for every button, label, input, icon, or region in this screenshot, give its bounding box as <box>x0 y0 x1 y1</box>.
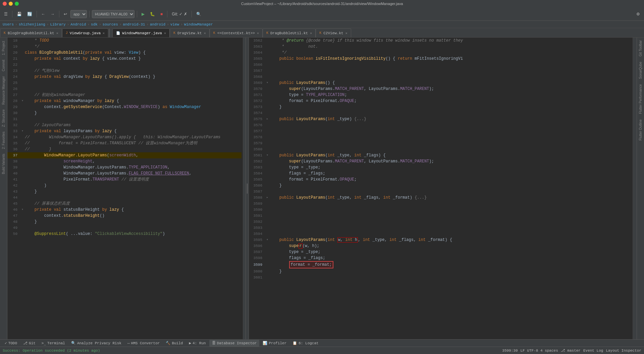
forward-button[interactable]: → <box>49 10 57 18</box>
todo-icon: ✓ <box>5 341 7 345</box>
status-branch[interactable]: ⎇ master <box>561 348 581 353</box>
search-button[interactable]: 🔍 <box>194 10 203 18</box>
debug-button[interactable]: 🐛 <box>148 10 157 18</box>
tab-profiler[interactable]: 📊 Profiler <box>260 340 289 347</box>
title-bar: CustomViewProject – ~/Library/Android/sd… <box>0 0 644 7</box>
code-line: 3573 } <box>249 104 631 110</box>
tab-git[interactable]: ⎇ Git <box>20 340 38 347</box>
sidebar-structure[interactable]: Z: Structure <box>2 107 5 129</box>
breadcrumb-sdk[interactable]: sdk <box>91 22 98 27</box>
tab-close-icon[interactable]: ✕ <box>257 31 259 35</box>
sidebar-favorites[interactable]: 2: Favorites <box>2 130 5 151</box>
tab-run[interactable]: ▶ 4: Run <box>186 340 208 347</box>
code-line: 3585 format = PixelFormat.OPAQUE; <box>249 176 631 183</box>
tab-blogdragbubbleutil[interactable]: K BlogDragBubbleUtil.kt ✕ <box>0 29 62 37</box>
tab-todo[interactable]: ✓ TODO <box>2 340 20 347</box>
status-encoding[interactable]: LF UTF-8 4 spaces <box>521 349 558 353</box>
tab-dragview[interactable]: K DragView.kt ✕ <box>170 29 210 37</box>
tab-dragbubbleutil[interactable]: K DragBubbleUtil.kt ✕ <box>263 29 316 37</box>
sync-button[interactable]: 🔄 <box>25 10 34 18</box>
breadcrumb-android31[interactable]: android-31 <box>123 22 145 27</box>
tab-windowmanager[interactable]: 📄 WindowManager.java ✕ <box>112 29 170 37</box>
tab-close-icon[interactable]: ✕ <box>204 31 206 35</box>
code-line: 27 // 初始化windowManager <box>7 92 241 98</box>
status-position[interactable]: 3599:30 <box>502 349 518 353</box>
breadcrumb-users[interactable]: Users <box>3 22 14 27</box>
code-line: 3562 * @return {@code true} if this wind… <box>249 38 631 44</box>
code-line: 39 WindowManager.LayoutParams.TYPE_APPLI… <box>7 164 241 170</box>
sidebar-build-variants[interactable]: Build Variants <box>2 152 5 176</box>
traffic-lights[interactable] <box>3 2 19 6</box>
breadcrumb-android[interactable]: Android <box>70 22 86 27</box>
window-title: CustomViewProject – ~/Library/Android/sd… <box>241 2 403 6</box>
code-line: 47 context.statusBarHeight() <box>7 213 241 219</box>
close-button[interactable] <box>3 2 7 6</box>
tab-analyze[interactable]: 🔍 Analyze Privacy Risk <box>68 340 124 347</box>
git-button[interactable]: Git: ✓ ✗ <box>170 10 189 18</box>
tab-viewgroup[interactable]: J ViewGroup.java ✕ <box>62 29 108 37</box>
right-sidebar: Git Toolbar SonarQube Flutter Performanc… <box>637 38 644 339</box>
code-line: 25 <box>7 80 241 86</box>
sidebar-git-toolbar[interactable]: Git Toolbar <box>639 38 642 59</box>
tab-close-icon[interactable]: ✕ <box>56 31 58 35</box>
code-line: 3588 ▸ public LayoutParams(int _type, in… <box>249 195 631 201</box>
breadcrumb-library[interactable]: Library <box>50 22 65 27</box>
tab-contextext[interactable]: K <<ContextExt.kt>> ✕ <box>210 29 263 37</box>
settings-button[interactable]: ⚙ <box>634 10 642 18</box>
tab-terminal[interactable]: >_ Terminal <box>39 340 68 347</box>
code-line: 3594 <box>249 231 631 237</box>
logcat-icon: 📋 <box>292 341 297 345</box>
code-line-highlighted: 37 WindowManager.LayoutParams(screenWidt… <box>7 152 241 158</box>
tab-logcat[interactable]: 📋 6: Logcat <box>290 340 321 347</box>
minimize-button[interactable] <box>9 2 13 6</box>
tab-build[interactable]: 🔨 Build <box>163 340 185 347</box>
code-line: 35 // format = PixelFormat.TRANSLUCENT /… <box>7 140 241 146</box>
sidebar-flutter-outline[interactable]: Flutter Outline <box>639 117 642 143</box>
pane-splitter[interactable] <box>246 38 249 339</box>
tab-close-icon[interactable]: ✕ <box>164 31 166 35</box>
run-icon: ▶ <box>189 341 191 345</box>
sidebar-flutter-perf[interactable]: Flutter Performance <box>639 82 642 116</box>
tab-close-icon[interactable]: ✕ <box>345 31 347 35</box>
tab-c2view[interactable]: K C2View.kt ✕ <box>316 29 351 37</box>
event-log-button[interactable]: Event Log <box>583 349 603 353</box>
menu-button[interactable]: ☰ <box>2 10 10 18</box>
tab-hms[interactable]: ↔ HMS Convertor <box>125 340 162 347</box>
device-selector[interactable]: HUAWEI TNY-AL00 <box>92 10 135 18</box>
sidebar-resource[interactable]: Resource Manager <box>2 74 5 107</box>
code-line: 3565 public boolean isFitInsetsIgnoringV… <box>249 56 631 62</box>
breadcrumb-view[interactable]: view <box>170 22 179 27</box>
sidebar-sonarqube[interactable]: SonarQube <box>639 59 642 82</box>
terminal-icon: >_ <box>42 341 46 345</box>
tab-close-icon[interactable]: ✕ <box>310 31 312 35</box>
code-line: 3572 format = PixelFormat.OPAQUE; <box>249 98 631 104</box>
code-line: 3578 <box>249 134 631 140</box>
code-line: 3567 <box>249 68 631 74</box>
code-line: 38 screenHeight, <box>7 158 241 164</box>
app-selector[interactable]: app <box>70 10 87 18</box>
code-line: 40 WindowManager.LayoutParams.FLAG_FORCE… <box>7 170 241 176</box>
stop-button[interactable]: ■ <box>158 10 165 18</box>
code-line: 3597 type = _type; <box>249 249 631 255</box>
run-button[interactable]: ▶ <box>140 10 147 18</box>
back-button[interactable]: ← <box>39 10 47 18</box>
tab-label: WindowManager.java <box>122 31 162 35</box>
undo-button[interactable]: ↩ <box>62 10 69 18</box>
tab-close-icon[interactable]: ✕ <box>103 31 105 35</box>
tab-label: DragView.kt <box>177 31 202 35</box>
breadcrumb-shizhenjiang[interactable]: shizhenjiang <box>19 22 45 27</box>
breadcrumb-windowmanager[interactable]: WindowManager <box>184 22 213 27</box>
breadcrumb-sources[interactable]: sources <box>103 22 118 27</box>
sidebar-project[interactable]: 1: Project <box>2 39 5 57</box>
code-line: 3569 ▾ public LayoutParams() { <box>249 80 631 86</box>
breadcrumb-android2[interactable]: android <box>150 22 165 27</box>
code-line: 3582 super(LayoutParams.MATCH_PARENT, La… <box>249 158 631 164</box>
sidebar-commit[interactable]: Commit <box>2 58 5 73</box>
code-line: 33 ▾ private val layoutParams by lazy { <box>7 128 241 134</box>
maximize-button[interactable] <box>15 2 19 6</box>
code-line: 36 // } <box>7 146 241 152</box>
layout-inspector-button[interactable]: Layout Inspector <box>606 349 641 353</box>
save-button[interactable]: 💾 <box>15 10 24 18</box>
code-line: 3571 type = TYPE_APPLICATION; <box>249 92 631 98</box>
tab-database-inspector[interactable]: 🗄 Database Inspector <box>209 340 260 347</box>
